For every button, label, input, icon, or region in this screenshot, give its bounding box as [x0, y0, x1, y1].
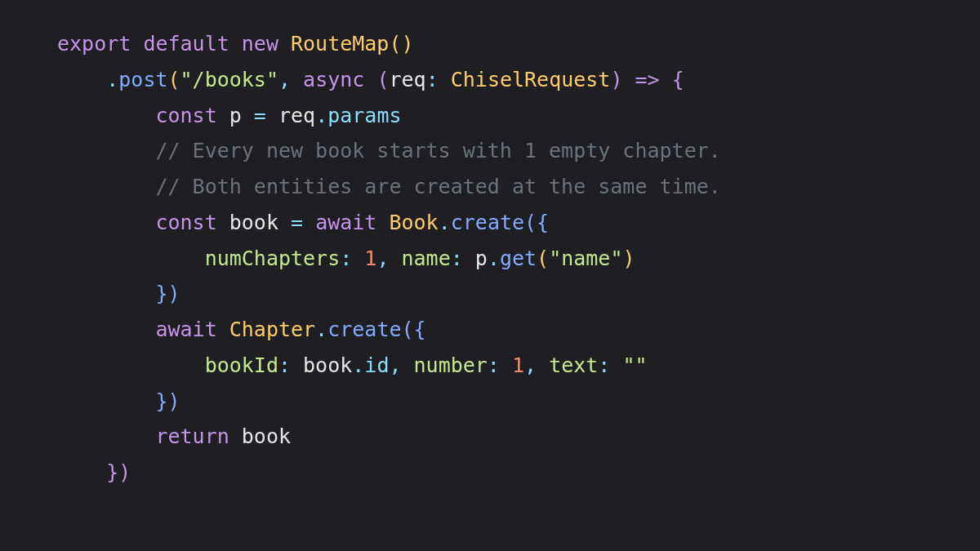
- space: [364, 68, 376, 91]
- number-1: 1: [512, 353, 524, 377]
- dot: .: [315, 318, 327, 341]
- paren: (): [389, 32, 413, 56]
- paren-open: (: [168, 68, 180, 91]
- paren-brace-open: ({: [524, 211, 549, 234]
- ident-req: req: [389, 68, 425, 91]
- ident-p: p: [475, 247, 488, 270]
- class-chiselrequest: ChiselRequest: [451, 68, 611, 91]
- paren-open: (: [376, 68, 389, 91]
- class-book: Book: [389, 211, 438, 234]
- keyword-const: const: [155, 211, 216, 234]
- equals: =: [278, 211, 315, 234]
- ident-p: p: [229, 104, 242, 127]
- colon: :: [426, 68, 451, 91]
- keyword-const: const: [155, 104, 216, 127]
- colon: :: [598, 353, 622, 377]
- paren-open: (: [537, 247, 549, 270]
- ident-book: book: [242, 424, 291, 448]
- paren-close: ): [610, 68, 622, 91]
- key-bookid: bookId: [205, 353, 278, 377]
- string-name: "name": [549, 247, 622, 270]
- colon: :: [451, 247, 475, 270]
- comma: ,: [389, 353, 413, 377]
- dot: .: [106, 68, 118, 91]
- code-block: export default new RouteMap() .post("/bo…: [0, 0, 980, 517]
- key-numchapters: numChapters: [205, 247, 341, 270]
- ident-book: book: [229, 211, 278, 234]
- method-post: post: [118, 68, 167, 91]
- colon: :: [488, 353, 512, 377]
- keyword-await: await: [155, 318, 216, 341]
- key-number: number: [414, 353, 488, 377]
- ident-book: book: [303, 353, 352, 377]
- prop-id: id: [364, 353, 389, 377]
- keyword-export: export: [57, 32, 131, 56]
- string-empty: "": [622, 353, 647, 377]
- prop-params: params: [327, 104, 401, 127]
- paren-brace-close: }): [106, 460, 131, 484]
- arrow: =>: [622, 68, 671, 91]
- dot: .: [352, 353, 364, 377]
- comma: ,: [524, 353, 549, 377]
- dot: .: [439, 211, 451, 234]
- keyword-new: new: [242, 32, 278, 56]
- dot: .: [488, 247, 500, 270]
- method-create: create: [327, 318, 401, 341]
- colon: :: [278, 353, 303, 377]
- paren-brace-open: ({: [401, 318, 425, 341]
- keyword-return: return: [155, 424, 229, 448]
- brace-open: {: [672, 68, 684, 91]
- comment-line: // Every new book starts with 1 empty ch…: [155, 139, 720, 162]
- keyword-default: default: [143, 32, 229, 56]
- comma: ,: [278, 68, 303, 91]
- keyword-await: await: [315, 211, 376, 234]
- keyword-async: async: [303, 68, 364, 91]
- number-1: 1: [364, 247, 376, 270]
- paren-brace-close: }): [155, 389, 180, 413]
- paren-close: ): [622, 247, 635, 270]
- comma: ,: [376, 247, 401, 270]
- string-books: "/books": [180, 68, 278, 91]
- ident-req: req: [278, 104, 315, 127]
- paren-brace-close: }): [155, 282, 180, 305]
- colon: :: [340, 247, 364, 270]
- method-get: get: [500, 247, 537, 270]
- equals: =: [242, 104, 278, 127]
- key-text: text: [549, 353, 598, 377]
- class-routemap: RouteMap: [291, 32, 389, 56]
- comment-line: // Both entities are created at the same…: [155, 175, 720, 198]
- method-create: create: [451, 211, 524, 234]
- dot: .: [315, 104, 327, 127]
- key-name: name: [401, 247, 450, 270]
- class-chapter: Chapter: [229, 318, 315, 341]
